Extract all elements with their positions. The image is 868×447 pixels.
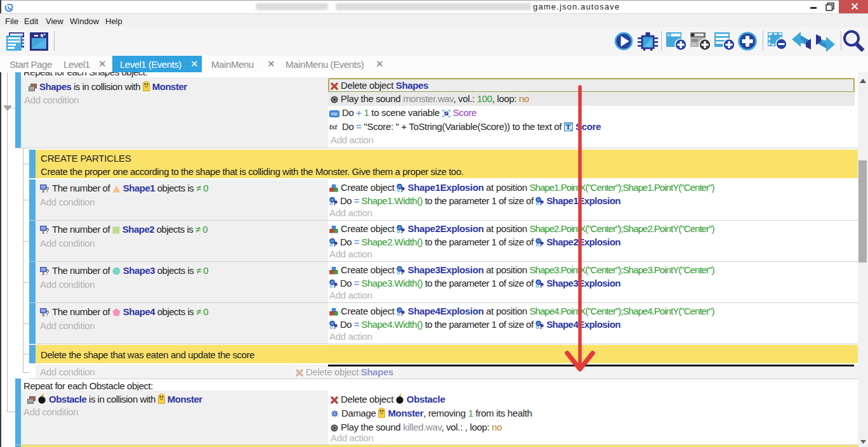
svg-text:?: ? <box>46 186 49 193</box>
svg-text:?: ? <box>46 269 49 275</box>
svg-text:Var: Var <box>331 111 338 117</box>
svg-text:?: ? <box>46 228 49 234</box>
svg-text:txt: txt <box>329 123 338 131</box>
svg-text:?: ? <box>46 310 49 316</box>
